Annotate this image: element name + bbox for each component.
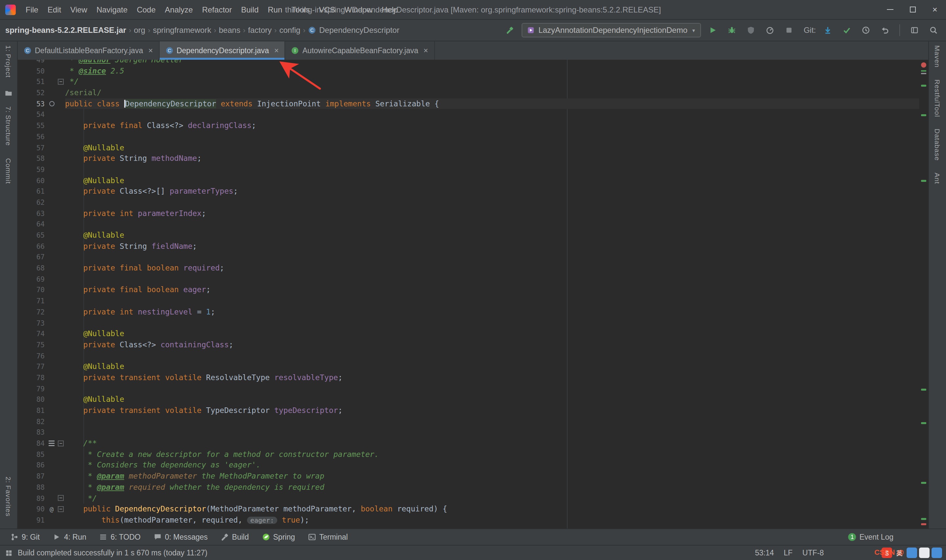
stripe-mark-green[interactable] — [921, 389, 926, 391]
code-line-90[interactable]: 90@− public DependencyDescriptor(MethodP… — [18, 503, 919, 514]
stripe-mark-red[interactable] — [921, 523, 926, 525]
code-area[interactable]: 49 * @author Juergen Hoeller50 * @since … — [18, 60, 919, 526]
code-text[interactable] — [65, 350, 919, 361]
tool-stripe-1-project[interactable]: 1: Project — [5, 45, 12, 78]
ime-language-badge[interactable]: 英 — [894, 548, 904, 558]
stripe-mark-green[interactable] — [921, 114, 926, 116]
code-line-57[interactable]: 57 @Nullable — [18, 142, 919, 153]
code-text[interactable]: * Considers the dependency as 'eager'. — [65, 460, 919, 471]
code-text[interactable]: private transient volatile ResolvableTyp… — [65, 372, 919, 383]
code-text[interactable]: private String methodName; — [65, 153, 919, 164]
code-line-69[interactable]: 69 — [18, 274, 919, 285]
menu-item-view[interactable]: View — [66, 0, 92, 19]
code-text[interactable] — [65, 219, 919, 230]
code-line-61[interactable]: 61 private Class<?>[] parameterTypes; — [18, 186, 919, 197]
editor-tab-AutowireCapableBeanFactory.java[interactable]: IAutowireCapableBeanFactory.java× — [285, 42, 434, 60]
code-line-71[interactable]: 71 — [18, 295, 919, 306]
tool-stripe-ant[interactable]: Ant — [934, 173, 941, 185]
menu-item-help[interactable]: Help — [377, 0, 402, 19]
code-line-88[interactable]: 88 * @param required whether the depende… — [18, 482, 919, 493]
code-text[interactable]: */ — [65, 77, 919, 87]
code-text[interactable]: /serial/ — [65, 87, 919, 98]
tool-stripe-restfultool[interactable]: RestfulTool — [934, 80, 941, 117]
tool-window-toggle-icon[interactable] — [5, 549, 12, 556]
close-tab-icon[interactable]: × — [274, 46, 279, 55]
code-text[interactable]: private final Class<?> declaringClass; — [65, 120, 919, 131]
code-text[interactable]: public class DependencyDescriptor extend… — [65, 98, 919, 109]
code-text[interactable]: this(methodParameter, required, eager: t… — [65, 515, 919, 526]
close-tab-icon[interactable]: × — [424, 46, 428, 55]
editor-tab-DefaultListableBeanFactory.java[interactable]: CDefaultListableBeanFactory.java× — [18, 42, 159, 60]
code-line-76[interactable]: 76 — [18, 350, 919, 361]
menu-item-refactor[interactable]: Refactor — [197, 0, 236, 19]
code-text[interactable] — [65, 416, 919, 427]
code-text[interactable]: @Nullable — [65, 328, 919, 339]
code-text[interactable] — [65, 427, 919, 438]
code-line-49[interactable]: 49 * @author Juergen Hoeller — [18, 60, 919, 65]
error-stripe[interactable] — [919, 60, 928, 528]
code-line-51[interactable]: 51− */ — [18, 77, 919, 87]
menu-item-run[interactable]: Run — [263, 0, 287, 19]
code-text[interactable]: * @param required whether the dependency… — [65, 482, 919, 493]
menu-item-navigate[interactable]: Navigate — [92, 0, 133, 19]
menu-item-file[interactable]: File — [21, 0, 43, 19]
code-line-54[interactable]: 54 — [18, 109, 919, 120]
code-line-56[interactable]: 56 — [18, 131, 919, 142]
breadcrumb-class-item[interactable]: CDependencyDescriptor — [308, 26, 399, 35]
coverage-button[interactable] — [744, 23, 758, 37]
menu-item-tools[interactable]: Tools — [287, 0, 314, 19]
code-line-53[interactable]: 53public class DependencyDescriptor exte… — [18, 98, 919, 109]
code-text[interactable]: private final boolean required; — [65, 263, 919, 274]
code-text[interactable]: private transient volatile TypeDescripto… — [65, 405, 919, 416]
code-text[interactable]: private int nestingLevel = 1; — [65, 306, 919, 317]
fold-marker[interactable]: − — [57, 79, 65, 85]
code-line-66[interactable]: 66 private String fieldName; — [18, 241, 919, 251]
menu-item-code[interactable]: Code — [132, 0, 160, 19]
code-line-65[interactable]: 65 @Nullable — [18, 230, 919, 241]
code-line-72[interactable]: 72 private int nestingLevel = 1; — [18, 306, 919, 317]
code-text[interactable]: private int parameterIndex; — [65, 208, 919, 218]
tool-stripe-7-structure[interactable]: 7: Structure — [5, 107, 12, 146]
editor-tab-DependencyDescriptor.java[interactable]: CDependencyDescriptor.java× — [159, 42, 285, 60]
code-text[interactable] — [65, 197, 919, 208]
code-text[interactable]: * @param methodParameter the MethodParam… — [65, 471, 919, 482]
code-line-85[interactable]: 85 * Create a new descriptor for a metho… — [18, 449, 919, 460]
menu-item-window[interactable]: Window — [340, 0, 377, 19]
close-button[interactable]: × — [924, 0, 946, 19]
sogou-ime-icon[interactable]: S — [881, 548, 892, 558]
stripe-mark-green[interactable] — [921, 180, 926, 182]
code-line-89[interactable]: 89− */ — [18, 493, 919, 503]
fold-marker[interactable]: − — [57, 495, 65, 501]
code-line-50[interactable]: 50 * @since 2.5 — [18, 65, 919, 76]
code-text[interactable]: /** — [65, 438, 919, 449]
code-text[interactable]: @Nullable — [65, 175, 919, 186]
code-line-68[interactable]: 68 private final boolean required; — [18, 263, 919, 274]
toolwindow-button-6-todo[interactable]: 6: TODO — [93, 529, 147, 545]
menu-item-analyze[interactable]: Analyze — [160, 0, 197, 19]
code-line-52[interactable]: 52/serial/ — [18, 87, 919, 98]
code-line-77[interactable]: 77 @Nullable — [18, 362, 919, 372]
inspections-error-icon[interactable] — [921, 62, 926, 68]
code-line-64[interactable]: 64 — [18, 219, 919, 230]
code-line-84[interactable]: 84− /** — [18, 438, 919, 449]
breadcrumb-item[interactable]: config — [279, 26, 300, 35]
layout-icon[interactable] — [907, 23, 922, 37]
code-text[interactable]: * @since 2.5 — [65, 65, 919, 76]
code-text[interactable]: private Class<?> containingClass; — [65, 339, 919, 350]
menu-item-edit[interactable]: Edit — [43, 0, 66, 19]
toolwindow-button-9-git[interactable]: 9: Git — [4, 529, 46, 545]
update-project-button[interactable] — [821, 23, 835, 37]
code-text[interactable]: @Nullable — [65, 394, 919, 405]
event-log-button[interactable]: 1 Event Log — [848, 533, 894, 541]
code-line-91[interactable]: 91 this(methodParameter, required, eager… — [18, 515, 919, 526]
tool-stripe-commit[interactable]: Commit — [5, 158, 12, 183]
run-configuration-select[interactable]: LazyAnnotationDependencyInjectionDemo ▼ — [521, 23, 701, 37]
maximize-button[interactable] — [901, 0, 924, 19]
code-line-74[interactable]: 74 @Nullable — [18, 328, 919, 339]
toolwindow-button-build[interactable]: Build — [214, 529, 255, 545]
code-text[interactable]: */ — [65, 493, 919, 503]
code-text[interactable] — [65, 164, 919, 175]
code-text[interactable] — [65, 109, 919, 120]
code-line-87[interactable]: 87 * @param methodParameter the MethodPa… — [18, 471, 919, 482]
breadcrumb-item[interactable]: springframework — [153, 26, 211, 35]
